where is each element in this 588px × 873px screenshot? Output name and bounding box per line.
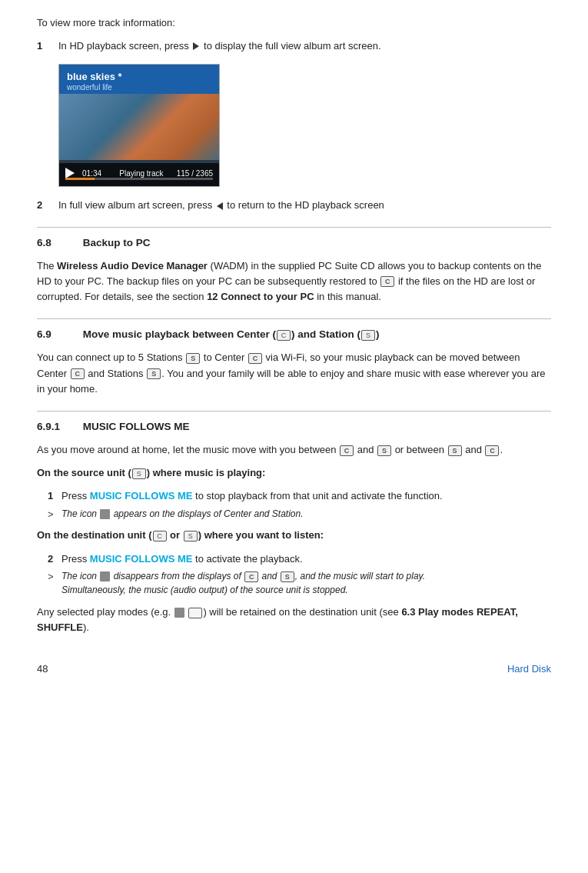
dest-steps: 2 Press MUSIC FOLLOWS ME to activate the… [48, 551, 551, 598]
album-art-container: blue skies * wonderful life 01:34 Playin… [58, 64, 551, 187]
mfm-label-2: MUSIC FOLLOWS ME [90, 553, 193, 565]
back-icon [217, 202, 223, 210]
source-heading: On the source unit (S) where music is pl… [37, 465, 551, 481]
step-1-num: 1 [37, 38, 55, 54]
dest-step-2-num: 2 [48, 551, 61, 567]
page-footer: 48 Hard Disk [37, 658, 551, 677]
section-6-9-body: You can connect up to 5 Stations S to Ce… [37, 350, 551, 396]
station-icon-2: S [147, 368, 161, 379]
dest-sub-1: > The icon disappears from the displays … [48, 569, 551, 597]
center-icon-3: C [71, 368, 85, 379]
divider-6-9 [37, 318, 551, 319]
dest-sub-1-text: The icon disappears from the displays of… [61, 569, 551, 597]
intro-text: To view more track information: [37, 15, 551, 31]
section-6-8-num: 6.8 [37, 235, 80, 251]
step-2-text: In full view album art screen, press to … [58, 198, 551, 213]
station-icon-3: S [377, 445, 391, 456]
page-content: To view more track information: 1 In HD … [37, 15, 551, 635]
play-modes-ref: 6.3 Play modes REPEAT, SHUFFLE [37, 606, 518, 633]
section-6-8-heading: 6.8 Backup to PC [37, 235, 551, 251]
source-sub-1: > The icon appears on the displays of Ce… [48, 507, 551, 522]
step-1-block: 1 In HD playback screen, press to displa… [37, 38, 551, 54]
section-6-9-1-intro: As you move around at home, let the musi… [37, 442, 551, 458]
album-art-image [59, 94, 219, 160]
repeat-icon [174, 608, 184, 618]
section-6-9-1-heading: 6.9.1 MUSIC FOLLOWS ME [37, 419, 551, 435]
center-icon-4: C [340, 445, 354, 456]
dest-sub-1-marker: > [48, 569, 61, 597]
section-6-9-title: Move music playback between Center (C) a… [83, 328, 380, 340]
play-button-icon [65, 168, 76, 178]
footer-note: Any selected play modes (e.g. ) will be … [37, 605, 551, 635]
dest-step-2-text: Press MUSIC FOLLOWS ME to activate the p… [61, 551, 551, 567]
source-sub-1-text: The icon appears on the displays of Cent… [61, 507, 551, 522]
source-step-1: 1 Press MUSIC FOLLOWS ME to stop playbac… [48, 488, 551, 504]
dest-heading: On the destination unit (C or S) where y… [37, 528, 551, 543]
source-sub-1-marker: > [48, 507, 61, 522]
source-step-1-text: Press MUSIC FOLLOWS ME to stop playback … [61, 488, 551, 504]
album-subtitle: wonderful life [67, 82, 112, 93]
connect-pc-ref: 12 Connect to your PC [207, 291, 314, 302]
progress-bar [65, 178, 213, 180]
section-6-9-num: 6.9 [37, 327, 80, 342]
station-icon-4: S [448, 445, 462, 456]
section-6-9-1-num: 6.9.1 [37, 419, 80, 435]
small-icon-1 [100, 509, 110, 519]
dest-step-2: 2 Press MUSIC FOLLOWS ME to activate the… [48, 551, 551, 567]
divider-6-9-1 [37, 411, 551, 412]
mfm-label-1: MUSIC FOLLOWS ME [90, 490, 193, 501]
section-6-9-heading: 6.9 Move music playback between Center (… [37, 327, 551, 342]
page-number: 48 [37, 661, 48, 677]
small-icon-2 [100, 571, 110, 581]
shuffle-icon [188, 608, 202, 618]
source-step-1-num: 1 [48, 488, 61, 504]
center-icon-2: C [248, 353, 262, 364]
hard-disk-label: Hard Disk [507, 661, 551, 677]
section-6-8-body: The Wireless Audio Device Manager (WADM)… [37, 258, 551, 305]
center-icon-1: C [380, 276, 394, 287]
section-6-8-title: Backup to PC [83, 237, 151, 248]
station-icon-1: S [186, 353, 200, 364]
divider-6-8 [37, 227, 551, 228]
step-1-text: In HD playback screen, press to display … [58, 38, 551, 54]
step-2-num: 2 [37, 198, 55, 213]
album-art: blue skies * wonderful life 01:34 Playin… [58, 64, 220, 187]
source-steps: 1 Press MUSIC FOLLOWS ME to stop playbac… [48, 488, 551, 521]
wadm-bold: Wireless Audio Device Manager [57, 260, 208, 272]
progress-fill [65, 178, 95, 180]
play-icon [193, 42, 199, 50]
section-6-9-1-title: MUSIC FOLLOWS ME [83, 421, 190, 432]
center-icon-5: C [485, 445, 499, 456]
step-2-block: 2 In full view album art screen, press t… [37, 198, 551, 213]
album-art-bar: 01:34 Playing track 115 / 2365 [59, 163, 219, 186]
